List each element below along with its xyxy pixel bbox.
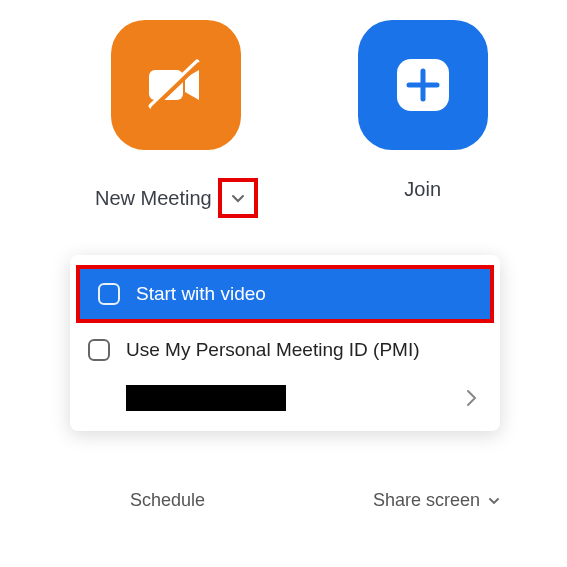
pmi-detail-row[interactable] xyxy=(70,375,500,419)
new-meeting-dropdown: Start with video Use My Personal Meeting… xyxy=(70,255,500,431)
share-screen-label: Share screen xyxy=(373,490,480,511)
new-meeting-label: New Meeting xyxy=(95,187,212,210)
checkbox-unchecked-icon xyxy=(98,283,120,305)
menu-item-label: Start with video xyxy=(136,283,266,305)
chevron-down-icon xyxy=(231,191,245,205)
join-tile[interactable] xyxy=(358,20,488,150)
schedule-label: Schedule xyxy=(130,490,205,511)
video-off-icon xyxy=(141,50,211,120)
share-screen-button[interactable]: Share screen xyxy=(373,490,500,511)
join-label: Join xyxy=(404,178,441,201)
menu-item-label: Use My Personal Meeting ID (PMI) xyxy=(126,339,420,361)
plus-icon xyxy=(391,53,455,117)
new-meeting-dropdown-toggle[interactable] xyxy=(218,178,258,218)
menu-item-use-pmi[interactable]: Use My Personal Meeting ID (PMI) xyxy=(70,325,500,375)
new-meeting-tile[interactable] xyxy=(111,20,241,150)
chevron-right-icon xyxy=(464,389,478,407)
chevron-down-icon xyxy=(488,495,500,507)
menu-item-start-with-video[interactable]: Start with video xyxy=(80,269,490,319)
schedule-button[interactable]: Schedule xyxy=(130,490,205,511)
redacted-pmi-value xyxy=(126,385,286,411)
highlight-box: Start with video xyxy=(76,265,494,323)
checkbox-unchecked-icon xyxy=(88,339,110,361)
